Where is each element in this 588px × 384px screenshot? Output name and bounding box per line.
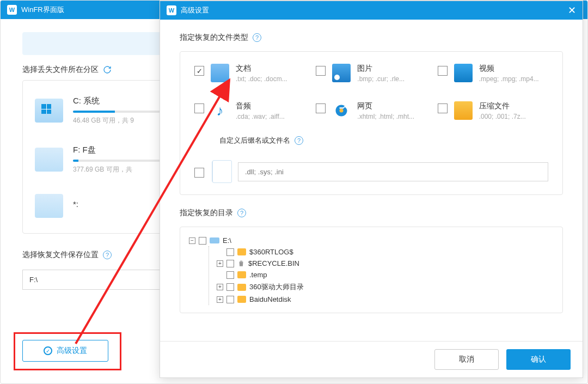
filetype-ext: .bmp; .cur; .rle... xyxy=(357,75,405,83)
tree-node[interactable]: +360驱动大师目录 xyxy=(217,281,554,294)
filetype-name: 网页 xyxy=(357,101,414,111)
tree-collapse-icon[interactable]: − xyxy=(189,237,195,244)
close-icon[interactable]: ✕ xyxy=(568,4,576,16)
dir-section-title: 指定恢复的目录 ? xyxy=(180,208,563,218)
filetype-checkbox[interactable] xyxy=(316,103,326,113)
custom-ext-label: 自定义后缀名或文件名 ? xyxy=(219,136,548,145)
tree-checkbox[interactable] xyxy=(226,271,234,279)
app-logo-icon: W xyxy=(7,5,17,15)
filetype-item[interactable]: 文档.txt; .doc; .docm... xyxy=(194,64,305,83)
modal-logo-icon: W xyxy=(167,5,176,15)
filetype-ext: .xhtml; .html; .mht... xyxy=(357,113,414,120)
select-partition-text: 选择丢失文件所在分区 xyxy=(22,65,99,75)
filetype-ext: .txt; .doc; .docm... xyxy=(236,75,287,83)
filetype-ext: .cda; .wav; .aiff... xyxy=(236,113,285,120)
tree-checkbox[interactable] xyxy=(226,296,234,303)
drive-disk-icon xyxy=(35,194,63,218)
folder-icon xyxy=(237,271,246,278)
tree-node[interactable]: .temp xyxy=(217,269,554,281)
cancel-button[interactable]: 取消 xyxy=(434,349,499,370)
filetype-name: 文档 xyxy=(236,64,287,74)
tree-node-label: 360驱动大师目录 xyxy=(249,282,304,292)
audio-icon: ♪ xyxy=(211,101,229,120)
filetype-name: 音频 xyxy=(236,101,285,111)
filetype-item[interactable]: 压缩文件.000; .001; .7z... xyxy=(438,101,548,120)
filetype-ext: .mpeg; .mpg; .mp4... xyxy=(479,75,539,83)
filetype-checkbox[interactable] xyxy=(194,66,204,76)
tree-node-label: $RECYCLE.BIN xyxy=(248,259,299,267)
archive-icon xyxy=(454,101,473,120)
custom-ext-text: 自定义后缀名或文件名 xyxy=(219,136,290,145)
help-icon[interactable]: ? xyxy=(237,209,246,217)
folder-icon xyxy=(237,248,246,255)
folder-icon xyxy=(237,296,246,303)
dir-tree-panel: − E:\ $360RTLOG$+$RECYCLE.BIN.temp+360驱动… xyxy=(180,227,563,313)
image-icon xyxy=(332,64,351,82)
drive-usage-bar xyxy=(73,160,160,162)
advanced-button-label: 高级设置 xyxy=(57,346,87,356)
filetype-ext: .000; .001; .7z... xyxy=(479,113,526,120)
modal-footer: 取消 确认 xyxy=(160,341,583,377)
modal-title: 高级设置 xyxy=(181,5,568,15)
refresh-icon[interactable] xyxy=(103,65,112,74)
tree-checkbox[interactable] xyxy=(226,283,234,291)
tree-expand-icon[interactable]: + xyxy=(217,260,223,267)
tree-checkbox[interactable] xyxy=(199,237,206,245)
check-circle-icon: ✓ xyxy=(44,346,52,355)
filetype-item[interactable]: 网页.xhtml; .html; .mht... xyxy=(316,101,426,120)
filetype-name: 视频 xyxy=(479,64,539,74)
custom-ext-checkbox[interactable] xyxy=(194,168,204,178)
tree-root[interactable]: − E:\ xyxy=(189,235,554,246)
save-location-text: 选择恢复文件保存位置 xyxy=(22,250,99,260)
custom-ext-input[interactable] xyxy=(238,162,548,181)
tree-node-label: BaiduNetdisk xyxy=(249,295,291,303)
filetype-checkbox[interactable] xyxy=(438,103,448,113)
filetype-name: 图片 xyxy=(357,64,405,74)
tree-expand-icon[interactable]: + xyxy=(217,296,223,303)
help-icon[interactable]: ? xyxy=(295,136,303,145)
filetype-checkbox[interactable] xyxy=(194,103,204,113)
tree-checkbox[interactable] xyxy=(226,248,234,256)
filetype-checkbox[interactable] xyxy=(438,66,448,76)
modal-titlebar: W 高级设置 ✕ xyxy=(160,1,583,20)
dir-section-text: 指定恢复的目录 xyxy=(180,208,233,218)
tree-root-label: E:\ xyxy=(223,236,231,245)
filetype-item[interactable]: ♪音频.cda; .wav; .aiff... xyxy=(194,101,305,120)
help-icon[interactable]: ? xyxy=(253,33,261,42)
folder-icon xyxy=(237,284,246,291)
advanced-settings-modal: W 高级设置 ✕ 指定恢复的文件类型 ? 文档.txt; .doc; .docm… xyxy=(160,1,583,378)
video-icon xyxy=(454,64,473,82)
filetype-section-title: 指定恢复的文件类型 ? xyxy=(180,33,563,42)
tree-node[interactable]: +$RECYCLE.BIN xyxy=(217,258,554,269)
filetype-item[interactable]: 图片.bmp; .cur; .rle... xyxy=(316,64,426,83)
tree-node-label: $360RTLOG$ xyxy=(249,248,293,256)
filetype-checkbox[interactable] xyxy=(316,66,326,76)
tree-node[interactable]: +BaiduNetdisk xyxy=(217,294,554,305)
filetype-panel: 文档.txt; .doc; .docm...图片.bmp; .cur; .rle… xyxy=(180,51,563,195)
help-icon[interactable]: ? xyxy=(103,251,112,259)
filetype-item[interactable]: 视频.mpeg; .mpg; .mp4... xyxy=(438,64,548,83)
confirm-button[interactable]: 确认 xyxy=(506,349,571,370)
filetype-name: 压缩文件 xyxy=(479,101,526,111)
advanced-settings-button[interactable]: ✓ 高级设置 xyxy=(22,340,108,362)
filetype-section-text: 指定恢复的文件类型 xyxy=(180,33,248,42)
tree-node-label: .temp xyxy=(249,271,267,279)
svg-point-0 xyxy=(340,109,344,113)
drive-icon xyxy=(210,237,219,243)
tree-node[interactable]: $360RTLOG$ xyxy=(217,246,554,258)
drive-system-icon xyxy=(35,99,63,123)
drive-disk-icon xyxy=(35,148,63,172)
drive-usage-bar xyxy=(73,111,160,113)
trash-icon xyxy=(237,259,245,267)
tree-expand-icon[interactable]: + xyxy=(217,284,223,290)
web-icon xyxy=(332,101,351,120)
document-icon xyxy=(211,64,229,82)
tree-checkbox[interactable] xyxy=(226,260,234,267)
file-stack-icon xyxy=(212,161,230,182)
modal-body: 指定恢复的文件类型 ? 文档.txt; .doc; .docm...图片.bmp… xyxy=(160,20,583,341)
main-window-title: WinFR界面版 xyxy=(21,5,64,15)
